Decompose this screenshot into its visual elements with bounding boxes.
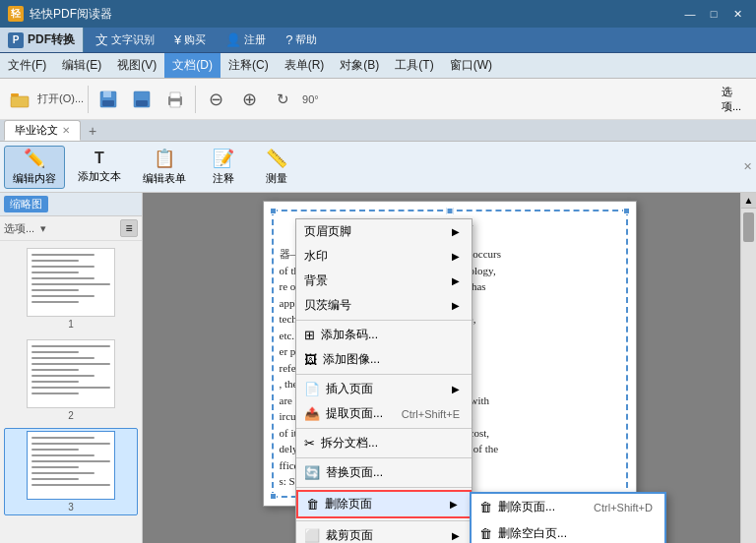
menu-item-background[interactable]: 背景 ▶ xyxy=(296,269,472,293)
tab-document[interactable]: 毕业论文 ✕ xyxy=(4,120,81,141)
menu-item-insert-page[interactable]: 📄 插入页面 ▶ xyxy=(296,377,472,401)
toolbar-separator-1 xyxy=(88,86,89,113)
edit-content-button[interactable]: ✏️ 编辑内容 xyxy=(4,146,65,189)
delete-page-arrow: ▶ xyxy=(450,499,458,510)
toolbar-separator-2 xyxy=(195,86,196,113)
thumbnail-page-2[interactable]: 2 xyxy=(4,336,138,424)
extract-shortcut: Ctrl+Shift+E xyxy=(402,408,460,420)
svg-rect-9 xyxy=(170,101,180,107)
menu-item-extract-page[interactable]: 📤 提取页面... Ctrl+Shift+E xyxy=(296,401,472,426)
thumbnail-label-3: 3 xyxy=(68,502,74,513)
svg-rect-4 xyxy=(102,100,114,106)
rotate-button[interactable]: ↻ xyxy=(267,84,298,115)
pdf-toolbar: P PDF转换 文 文字识别 ¥ 购买 👤 注册 ? 帮助 xyxy=(0,28,756,53)
menu-object[interactable]: 对象(B) xyxy=(332,53,387,78)
open-button[interactable] xyxy=(4,84,35,115)
scroll-thumb[interactable] xyxy=(743,212,754,242)
handle-bl[interactable] xyxy=(270,493,277,500)
delete-page-icon: 🗑 xyxy=(306,497,319,512)
tab-add-button[interactable]: + xyxy=(83,121,102,141)
delete-blank-label: 删除空白页... xyxy=(498,525,567,542)
title-bar: 轻 轻快PDF阅读器 — □ ✕ xyxy=(0,0,756,28)
save2-button[interactable] xyxy=(126,84,158,115)
delete-pages-icon: 🗑 xyxy=(479,500,492,514)
insert-page-arrow: ▶ xyxy=(452,384,460,394)
split-icon: ✂ xyxy=(304,436,315,451)
thumbnail-tab[interactable]: 缩略图 xyxy=(4,196,48,212)
thumbnail-area[interactable]: 1 xyxy=(0,241,142,543)
menu-item-add-barcode[interactable]: ⊞ 添加条码... xyxy=(296,323,472,347)
menu-file[interactable]: 文件(F) xyxy=(0,53,54,78)
menu-item-replace-page[interactable]: 🔄 替换页面... xyxy=(296,460,472,485)
panel-settings-btn[interactable]: ≡ xyxy=(120,219,138,237)
save-button[interactable] xyxy=(93,84,124,115)
measure-icon: 📏 xyxy=(266,148,287,169)
watermark-arrow: ▶ xyxy=(452,251,460,262)
ocr-icon: 文 xyxy=(95,31,108,49)
thumbnail-page-3[interactable]: 3 xyxy=(4,428,138,515)
thumbnail-page-1[interactable]: 1 xyxy=(4,245,138,332)
open-label[interactable]: 打开(O)... xyxy=(37,91,84,106)
view-controls: 选项... ▾ ≡ xyxy=(0,216,142,241)
add-image-label: 添加图像... xyxy=(323,351,380,368)
help-icon: ? xyxy=(285,32,292,47)
edit-form-button[interactable]: 📋 编辑表单 xyxy=(134,146,195,189)
separator-1 xyxy=(296,320,472,321)
measure-button[interactable]: 📏 测量 xyxy=(252,146,301,189)
app-title: 轻快PDF阅读器 xyxy=(30,6,112,23)
menu-comment[interactable]: 注释(C) xyxy=(220,53,277,78)
menu-item-watermark[interactable]: 水印 ▶ xyxy=(296,244,472,269)
menu-form[interactable]: 表单(R) xyxy=(277,53,333,78)
print-button[interactable] xyxy=(159,84,191,115)
watermark-label: 水印 xyxy=(304,248,328,265)
minimize-button[interactable]: — xyxy=(679,5,701,23)
menu-view[interactable]: 视图(V) xyxy=(109,53,164,78)
menu-item-split[interactable]: ✂ 拆分文档... xyxy=(296,431,472,455)
handle-tm[interactable] xyxy=(446,208,453,214)
replace-icon: 🔄 xyxy=(304,465,320,480)
menu-tools[interactable]: 工具(T) xyxy=(387,53,441,78)
svg-rect-3 xyxy=(103,91,111,97)
edit-content-icon: ✏️ xyxy=(24,148,45,169)
add-text-button[interactable]: T 添加文本 xyxy=(69,146,130,189)
insert-page-icon: 📄 xyxy=(304,382,320,396)
delete-blank-pages-item[interactable]: 🗑 删除空白页... xyxy=(472,520,664,543)
menu-window[interactable]: 窗口(W) xyxy=(442,53,500,78)
zoom-in-button[interactable]: ⊕ xyxy=(233,84,265,115)
tab-close-button[interactable]: ✕ xyxy=(62,125,70,136)
thumbnail-label-1: 1 xyxy=(68,319,74,330)
handle-tr[interactable] xyxy=(623,208,630,214)
comment-button[interactable]: 📝 注释 xyxy=(199,146,248,189)
close-button[interactable]: ✕ xyxy=(726,5,748,23)
help-button[interactable]: ? 帮助 xyxy=(282,30,321,49)
crop-arrow: ▶ xyxy=(452,530,460,541)
separator-2 xyxy=(296,374,472,375)
svg-rect-1 xyxy=(11,96,29,107)
delete-pages-item[interactable]: 🗑 删除页面... Ctrl+Shift+D xyxy=(472,494,664,520)
register-icon: 👤 xyxy=(225,32,241,47)
menu-item-add-image[interactable]: 🖼 添加图像... xyxy=(296,347,472,372)
view-dropdown-btn[interactable]: ▾ xyxy=(40,222,46,235)
register-button[interactable]: 👤 注册 xyxy=(221,30,270,49)
menu-item-bates[interactable]: 贝茨编号 ▶ xyxy=(296,293,472,318)
separator-6 xyxy=(296,520,472,521)
menu-item-delete-page[interactable]: 🗑 删除页面 ▶ 🗑 删除页面... Ctrl+Shift+D 🗑 xyxy=(296,490,472,518)
menu-document[interactable]: 文档(D) xyxy=(164,53,220,78)
delete-pages-label: 删除页面... xyxy=(498,499,555,515)
separator-3 xyxy=(296,428,472,429)
replace-label: 替换页面... xyxy=(326,464,383,481)
menu-item-header-footer[interactable]: 页眉页脚 ▶ xyxy=(296,219,472,244)
menu-edit[interactable]: 编辑(E) xyxy=(54,53,109,78)
close-edit-btn[interactable]: ✕ xyxy=(743,160,752,173)
zoom-out-button[interactable]: ⊖ xyxy=(200,84,231,115)
scroll-up-btn[interactable]: ▲ xyxy=(741,193,756,209)
view-options-button[interactable]: 选项... xyxy=(721,84,752,115)
buy-button[interactable]: ¥ 购买 xyxy=(170,30,210,49)
menu-item-crop-page[interactable]: ⬜ 裁剪页面 ▶ xyxy=(296,523,472,543)
ocr-button[interactable]: 文 文字识别 xyxy=(92,30,158,51)
separator-4 xyxy=(296,457,472,458)
maximize-button[interactable]: □ xyxy=(703,5,724,23)
background-label: 背景 xyxy=(304,272,328,289)
handle-tl[interactable] xyxy=(270,208,277,214)
bates-arrow: ▶ xyxy=(452,300,460,311)
